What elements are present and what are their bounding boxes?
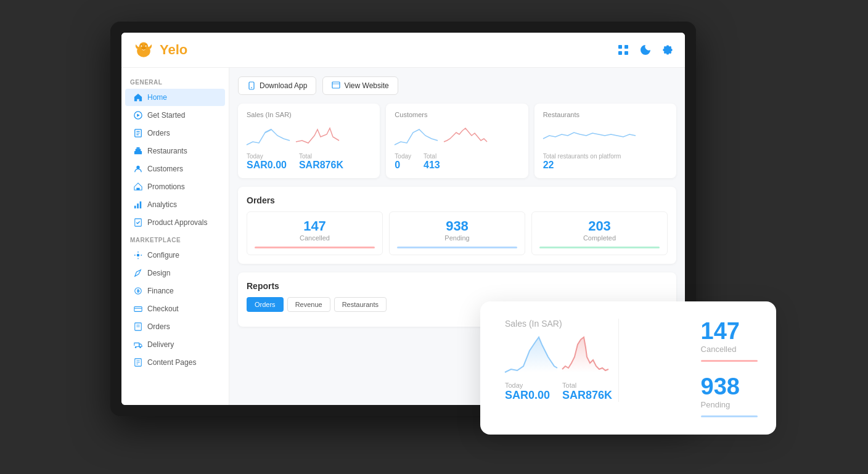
sales-total-group: Total SAR876K (299, 153, 343, 171)
settings-icon[interactable] (661, 44, 674, 56)
sidebar-item-delivery[interactable]: Delivery (125, 336, 225, 353)
sidebar-home-label: Home (147, 93, 167, 102)
fc-total-label: Total (562, 382, 612, 389)
svg-rect-8 (624, 45, 628, 49)
customers-card-title: Customers (395, 111, 519, 118)
header-icons (617, 44, 674, 56)
sales-total-label: Total (299, 153, 343, 160)
svg-point-25 (137, 253, 139, 256)
restaurants-values: Total restaurants on platform 22 (543, 153, 668, 171)
sidebar-item-promotions[interactable]: Promotions (125, 178, 225, 195)
svg-rect-10 (624, 51, 628, 55)
sales-stat-card: Sales (In SAR) (238, 104, 380, 178)
sidebar-item-orders[interactable]: Orders (125, 125, 225, 142)
fc-charts (505, 332, 612, 375)
yelo-logo-icon (133, 39, 155, 61)
fc-pending-label: Pending (701, 400, 758, 409)
sidebar-analytics-label: Analytics (147, 200, 177, 209)
cancelled-order-card: 147 Cancelled (247, 211, 383, 255)
fc-cancelled-label: Cancelled (701, 345, 758, 354)
sales-today-group: Today SAR0.00 (247, 153, 287, 171)
svg-point-5 (145, 45, 147, 46)
globe-icon (332, 81, 340, 90)
sidebar-item-content-pages[interactable]: Content Pages (125, 354, 225, 371)
svg-rect-27 (134, 306, 142, 311)
restaurants-card-title: Restaurants (543, 111, 668, 118)
fc-today-chart (505, 332, 557, 375)
floating-card: Sales (In SAR) (480, 301, 776, 435)
sidebar: General Home Get Started (121, 68, 229, 405)
customers-today-chart (395, 123, 438, 148)
orders2-icon (134, 322, 142, 331)
sidebar-item-analytics[interactable]: Analytics (125, 196, 225, 213)
sidebar-item-checkout[interactable]: Checkout (125, 300, 225, 317)
approvals-icon (134, 218, 142, 227)
checkout-icon (134, 304, 142, 313)
general-section-label: General (121, 74, 229, 88)
sales-today-val: SAR0.00 (247, 160, 287, 170)
sidebar-item-design[interactable]: Design (125, 264, 225, 282)
tab-orders[interactable]: Orders (247, 297, 284, 312)
sidebar-item-restaurants[interactable]: Restaurants (125, 142, 225, 160)
sales-card-title: Sales (In SAR) (247, 111, 371, 118)
download-app-button[interactable]: Download App (238, 76, 316, 95)
floating-card-inner: Sales (In SAR) (499, 319, 758, 417)
fc-cancelled-num: 147 (701, 319, 758, 345)
finance-icon (134, 287, 142, 295)
fc-today-label: Today (505, 382, 550, 389)
sales-today-chart (247, 123, 290, 148)
sidebar-content-label: Content Pages (147, 358, 196, 367)
orders-section-title: Orders (247, 195, 668, 205)
svg-marker-42 (505, 337, 557, 372)
sidebar-orders-label: Orders (147, 129, 170, 137)
reports-section-title: Reports (247, 281, 668, 291)
fc-total-val-group: Total SAR876K (562, 382, 612, 402)
completed-num: 203 (539, 218, 660, 234)
completed-bar (539, 247, 660, 248)
svg-point-33 (139, 346, 141, 348)
customers-icon (134, 165, 142, 173)
sidebar-finance-label: Finance (147, 287, 174, 295)
fc-total-val: SAR876K (562, 389, 612, 402)
sidebar-item-configure[interactable]: Configure (125, 247, 225, 264)
customers-total-group: Total 413 (424, 153, 440, 171)
promotions-icon (134, 182, 142, 191)
sidebar-item-product-approvals[interactable]: Product Approvals (125, 214, 225, 231)
cancelled-label: Cancelled (255, 234, 375, 242)
tab-revenue[interactable]: Revenue (287, 297, 330, 312)
customers-total-val: 413 (424, 160, 440, 170)
sidebar-promotions-label: Promotions (147, 182, 185, 191)
svg-rect-40 (332, 82, 340, 88)
logo-area: Yelo (133, 39, 187, 61)
restaurant-icon (134, 147, 142, 155)
sales-values: Today SAR0.00 Total SAR876K (247, 153, 371, 171)
sidebar-delivery-label: Delivery (147, 340, 174, 349)
customers-mini-charts (395, 123, 519, 148)
sidebar-item-home[interactable]: Home (125, 89, 225, 106)
get-started-icon (134, 111, 142, 120)
sidebar-item-orders2[interactable]: Orders (125, 318, 225, 335)
sidebar-restaurants-label: Restaurants (147, 147, 187, 155)
fc-today-val: SAR0.00 (505, 389, 550, 402)
top-actions: Download App View Website (238, 76, 676, 95)
view-website-button[interactable]: View Website (322, 76, 398, 95)
pending-order-card: 938 Pending (389, 211, 525, 255)
restaurants-chart (543, 123, 636, 148)
home-icon (134, 93, 142, 102)
customers-today-group: Today 0 (395, 153, 411, 171)
sidebar-item-get-started[interactable]: Get Started (125, 107, 225, 124)
cancelled-num: 147 (255, 218, 375, 234)
customers-today-label: Today (395, 153, 411, 160)
fc-vals: Today SAR0.00 Total SAR876K (505, 382, 612, 402)
stats-row: Sales (In SAR) (238, 104, 676, 178)
sidebar-item-finance[interactable]: Finance (125, 282, 225, 300)
tab-restaurants[interactable]: Restaurants (334, 297, 387, 312)
fc-sales-section: Sales (In SAR) (499, 319, 619, 402)
completed-label: Completed (539, 234, 660, 242)
svg-rect-16 (134, 151, 142, 154)
moon-icon[interactable] (639, 44, 652, 56)
grid-icon[interactable] (617, 44, 629, 56)
restaurants-stat-card: Restaurants Total restaurants on platfor… (534, 104, 676, 178)
sidebar-item-customers[interactable]: Customers (125, 160, 225, 178)
svg-rect-21 (134, 205, 136, 208)
